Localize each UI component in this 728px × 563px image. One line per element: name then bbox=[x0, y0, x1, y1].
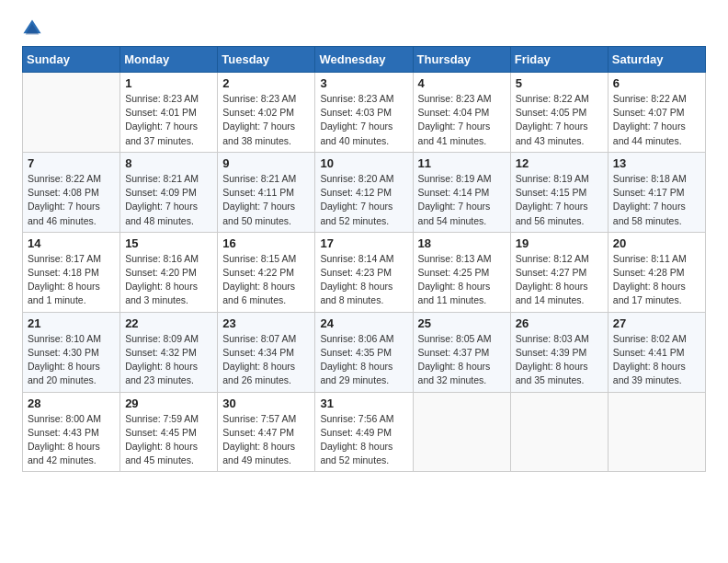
day-info: Sunrise: 8:05 AMSunset: 4:37 PMDaylight:… bbox=[418, 332, 506, 388]
calendar-cell: 27Sunrise: 8:02 AMSunset: 4:41 PMDayligh… bbox=[608, 312, 705, 392]
day-number: 18 bbox=[418, 236, 506, 250]
day-number: 15 bbox=[125, 236, 212, 250]
calendar-cell: 9Sunrise: 8:21 AMSunset: 4:11 PMDaylight… bbox=[218, 152, 315, 232]
logo bbox=[22, 18, 46, 39]
day-number: 30 bbox=[222, 396, 310, 410]
calendar-cell: 7Sunrise: 8:22 AMSunset: 4:08 PMDaylight… bbox=[23, 152, 120, 232]
calendar-cell: 31Sunrise: 7:56 AMSunset: 4:49 PMDayligh… bbox=[315, 392, 413, 472]
day-info: Sunrise: 8:22 AMSunset: 4:08 PMDaylight:… bbox=[28, 172, 115, 228]
day-info: Sunrise: 8:06 AMSunset: 4:35 PMDaylight:… bbox=[320, 332, 407, 388]
calendar-cell: 18Sunrise: 8:13 AMSunset: 4:25 PMDayligh… bbox=[413, 232, 510, 312]
day-info: Sunrise: 8:03 AMSunset: 4:39 PMDaylight:… bbox=[516, 332, 603, 388]
day-info: Sunrise: 8:15 AMSunset: 4:22 PMDaylight:… bbox=[222, 252, 310, 308]
day-info: Sunrise: 8:13 AMSunset: 4:25 PMDaylight:… bbox=[418, 252, 506, 308]
day-info: Sunrise: 8:23 AMSunset: 4:03 PMDaylight:… bbox=[320, 92, 407, 148]
calendar-week-5: 28Sunrise: 8:00 AMSunset: 4:43 PMDayligh… bbox=[23, 392, 706, 472]
header-sunday: Sunday bbox=[23, 47, 120, 73]
day-info: Sunrise: 8:19 AMSunset: 4:15 PMDaylight:… bbox=[516, 172, 603, 228]
day-info: Sunrise: 8:02 AMSunset: 4:41 PMDaylight:… bbox=[613, 332, 700, 388]
day-number: 28 bbox=[28, 396, 115, 410]
calendar-cell: 25Sunrise: 8:05 AMSunset: 4:37 PMDayligh… bbox=[413, 312, 510, 392]
calendar-cell: 15Sunrise: 8:16 AMSunset: 4:20 PMDayligh… bbox=[120, 232, 218, 312]
calendar-cell: 12Sunrise: 8:19 AMSunset: 4:15 PMDayligh… bbox=[510, 152, 608, 232]
calendar-cell: 14Sunrise: 8:17 AMSunset: 4:18 PMDayligh… bbox=[23, 232, 120, 312]
day-info: Sunrise: 8:21 AMSunset: 4:09 PMDaylight:… bbox=[125, 172, 212, 228]
calendar-cell: 11Sunrise: 8:19 AMSunset: 4:14 PMDayligh… bbox=[413, 152, 510, 232]
day-number: 22 bbox=[125, 316, 212, 330]
calendar-cell: 17Sunrise: 8:14 AMSunset: 4:23 PMDayligh… bbox=[315, 232, 413, 312]
calendar-cell: 20Sunrise: 8:11 AMSunset: 4:28 PMDayligh… bbox=[608, 232, 705, 312]
day-number: 21 bbox=[28, 316, 115, 330]
day-info: Sunrise: 8:19 AMSunset: 4:14 PMDaylight:… bbox=[418, 172, 506, 228]
day-info: Sunrise: 7:56 AMSunset: 4:49 PMDaylight:… bbox=[320, 412, 407, 468]
day-number: 11 bbox=[418, 156, 506, 170]
day-number: 31 bbox=[320, 396, 407, 410]
header-tuesday: Tuesday bbox=[218, 47, 315, 73]
calendar-cell: 24Sunrise: 8:06 AMSunset: 4:35 PMDayligh… bbox=[315, 312, 413, 392]
calendar-cell: 28Sunrise: 8:00 AMSunset: 4:43 PMDayligh… bbox=[23, 392, 120, 472]
day-number: 24 bbox=[320, 316, 407, 330]
header-saturday: Saturday bbox=[608, 47, 705, 73]
calendar-cell: 8Sunrise: 8:21 AMSunset: 4:09 PMDaylight… bbox=[120, 152, 218, 232]
day-number: 17 bbox=[320, 236, 407, 250]
day-info: Sunrise: 8:14 AMSunset: 4:23 PMDaylight:… bbox=[320, 252, 407, 308]
day-number: 10 bbox=[320, 156, 407, 170]
day-number: 7 bbox=[28, 156, 115, 170]
calendar-cell: 19Sunrise: 8:12 AMSunset: 4:27 PMDayligh… bbox=[510, 232, 608, 312]
day-info: Sunrise: 8:22 AMSunset: 4:05 PMDaylight:… bbox=[516, 92, 603, 148]
day-number: 25 bbox=[418, 316, 506, 330]
day-info: Sunrise: 8:18 AMSunset: 4:17 PMDaylight:… bbox=[613, 172, 700, 228]
day-number: 8 bbox=[125, 156, 212, 170]
calendar-week-4: 21Sunrise: 8:10 AMSunset: 4:30 PMDayligh… bbox=[23, 312, 706, 392]
calendar-cell: 23Sunrise: 8:07 AMSunset: 4:34 PMDayligh… bbox=[218, 312, 315, 392]
day-number: 19 bbox=[516, 236, 603, 250]
day-info: Sunrise: 8:12 AMSunset: 4:27 PMDaylight:… bbox=[516, 252, 603, 308]
day-number: 9 bbox=[222, 156, 310, 170]
calendar-cell bbox=[23, 73, 120, 153]
header-monday: Monday bbox=[120, 47, 218, 73]
calendar-cell: 3Sunrise: 8:23 AMSunset: 4:03 PMDaylight… bbox=[315, 73, 413, 153]
day-number: 4 bbox=[418, 76, 506, 90]
day-info: Sunrise: 7:59 AMSunset: 4:45 PMDaylight:… bbox=[125, 412, 212, 468]
calendar-cell: 13Sunrise: 8:18 AMSunset: 4:17 PMDayligh… bbox=[608, 152, 705, 232]
calendar-header-row: SundayMondayTuesdayWednesdayThursdayFrid… bbox=[23, 47, 706, 73]
calendar-cell: 4Sunrise: 8:23 AMSunset: 4:04 PMDaylight… bbox=[413, 73, 510, 153]
calendar-cell: 29Sunrise: 7:59 AMSunset: 4:45 PMDayligh… bbox=[120, 392, 218, 472]
calendar-cell: 1Sunrise: 8:23 AMSunset: 4:01 PMDaylight… bbox=[120, 73, 218, 153]
day-info: Sunrise: 7:57 AMSunset: 4:47 PMDaylight:… bbox=[222, 412, 310, 468]
day-number: 1 bbox=[125, 76, 212, 90]
day-info: Sunrise: 8:07 AMSunset: 4:34 PMDaylight:… bbox=[222, 332, 310, 388]
logo-icon bbox=[22, 18, 42, 39]
day-number: 2 bbox=[222, 76, 310, 90]
day-number: 13 bbox=[613, 156, 700, 170]
calendar-cell bbox=[510, 392, 608, 472]
calendar-cell: 30Sunrise: 7:57 AMSunset: 4:47 PMDayligh… bbox=[218, 392, 315, 472]
day-number: 27 bbox=[613, 316, 700, 330]
header-wednesday: Wednesday bbox=[315, 47, 413, 73]
day-info: Sunrise: 8:23 AMSunset: 4:02 PMDaylight:… bbox=[222, 92, 310, 148]
day-number: 26 bbox=[516, 316, 603, 330]
day-number: 29 bbox=[125, 396, 212, 410]
calendar-cell: 10Sunrise: 8:20 AMSunset: 4:12 PMDayligh… bbox=[315, 152, 413, 232]
day-number: 12 bbox=[516, 156, 603, 170]
day-number: 23 bbox=[222, 316, 310, 330]
day-info: Sunrise: 8:23 AMSunset: 4:04 PMDaylight:… bbox=[418, 92, 506, 148]
day-info: Sunrise: 8:10 AMSunset: 4:30 PMDaylight:… bbox=[28, 332, 115, 388]
page-header bbox=[22, 18, 706, 39]
calendar-week-1: 1Sunrise: 8:23 AMSunset: 4:01 PMDaylight… bbox=[23, 73, 706, 153]
day-number: 14 bbox=[28, 236, 115, 250]
day-number: 20 bbox=[613, 236, 700, 250]
day-info: Sunrise: 8:17 AMSunset: 4:18 PMDaylight:… bbox=[28, 252, 115, 308]
day-info: Sunrise: 8:00 AMSunset: 4:43 PMDaylight:… bbox=[28, 412, 115, 468]
day-number: 5 bbox=[516, 76, 603, 90]
calendar-week-3: 14Sunrise: 8:17 AMSunset: 4:18 PMDayligh… bbox=[23, 232, 706, 312]
day-number: 6 bbox=[613, 76, 700, 90]
header-thursday: Thursday bbox=[413, 47, 510, 73]
calendar-cell: 2Sunrise: 8:23 AMSunset: 4:02 PMDaylight… bbox=[218, 73, 315, 153]
day-number: 16 bbox=[222, 236, 310, 250]
calendar-cell: 6Sunrise: 8:22 AMSunset: 4:07 PMDaylight… bbox=[608, 73, 705, 153]
day-info: Sunrise: 8:11 AMSunset: 4:28 PMDaylight:… bbox=[613, 252, 700, 308]
day-info: Sunrise: 8:20 AMSunset: 4:12 PMDaylight:… bbox=[320, 172, 407, 228]
calendar-cell bbox=[608, 392, 705, 472]
day-number: 3 bbox=[320, 76, 407, 90]
